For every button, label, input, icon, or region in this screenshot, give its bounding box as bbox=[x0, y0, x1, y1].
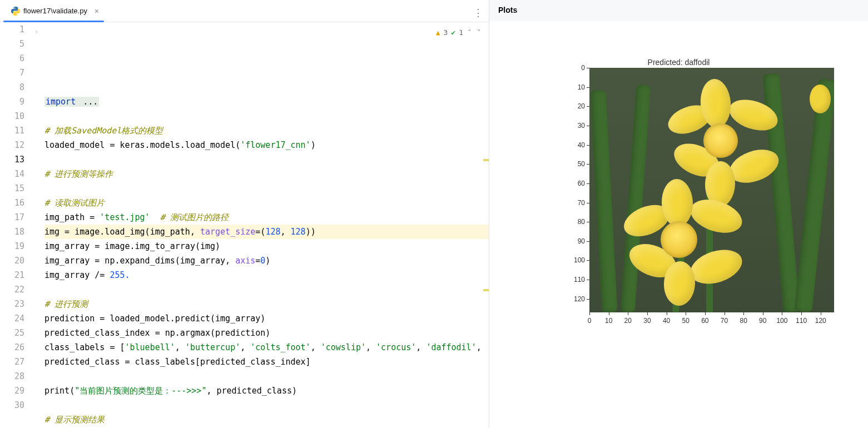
y-tick-label: 10 bbox=[578, 83, 585, 91]
line-number: 13 bbox=[0, 152, 24, 167]
x-tick bbox=[782, 312, 782, 315]
x-tick-label: 70 bbox=[721, 317, 728, 325]
line-number: 27 bbox=[0, 355, 24, 369]
code-line[interactable]: prediction = loaded_model.predict(img_ar… bbox=[44, 311, 489, 326]
close-icon[interactable]: × bbox=[93, 7, 101, 15]
x-tick bbox=[821, 312, 821, 315]
code-line[interactable]: class_labels = ['bluebell', 'buttercup',… bbox=[44, 340, 489, 355]
line-number: 29 bbox=[0, 384, 24, 398]
line-number: 6 bbox=[0, 51, 24, 66]
y-tick-label: 70 bbox=[578, 199, 585, 207]
x-tick-label: 100 bbox=[776, 317, 787, 325]
line-number: 7 bbox=[0, 66, 24, 80]
code-line[interactable]: img_array = np.expand_dims(img_array, ax… bbox=[44, 253, 489, 268]
tab-validate-py[interactable]: flower17\validate.py × bbox=[0, 0, 107, 22]
editor-panel: flower17\validate.py × ⋮ 156789101112131… bbox=[0, 0, 489, 428]
plots-panel: Plots Predicted: daffodil 01020304050607… bbox=[489, 0, 868, 428]
code-line[interactable] bbox=[44, 152, 489, 167]
warning-icon: ▲ bbox=[436, 26, 440, 40]
plots-title: Plots bbox=[489, 0, 868, 20]
line-number: 23 bbox=[0, 297, 24, 311]
line-number: 14 bbox=[0, 167, 24, 181]
editor-tabs: flower17\validate.py × ⋮ bbox=[0, 0, 489, 22]
x-tick-label: 10 bbox=[605, 317, 612, 325]
python-icon bbox=[11, 7, 20, 16]
code-line[interactable] bbox=[44, 398, 489, 412]
plot-title: Predicted: daffodil bbox=[489, 58, 868, 67]
x-tick-label: 40 bbox=[663, 317, 670, 325]
x-tick bbox=[763, 312, 763, 315]
y-tick-label: 110 bbox=[574, 276, 585, 283]
code-line[interactable] bbox=[44, 109, 489, 123]
code-line[interactable]: # 进行预测 bbox=[44, 297, 489, 311]
line-number: 12 bbox=[0, 138, 24, 152]
y-tick-label: 0 bbox=[581, 64, 585, 72]
x-tick-label: 120 bbox=[815, 317, 826, 325]
line-number: 30 bbox=[0, 398, 24, 412]
x-tick bbox=[589, 312, 590, 315]
x-tick-label: 20 bbox=[624, 317, 632, 325]
gutter: 1567891011121314151617181920212223242526… bbox=[0, 22, 32, 428]
x-tick bbox=[667, 312, 667, 315]
y-tick-label: 40 bbox=[578, 141, 585, 149]
x-tick bbox=[801, 312, 802, 315]
x-tick bbox=[609, 312, 609, 315]
code-line[interactable]: img_array = image.img_to_array(img) bbox=[44, 239, 489, 253]
code-line[interactable]: img_array /= 255. bbox=[44, 268, 489, 282]
line-number: 20 bbox=[0, 253, 24, 268]
editor-body[interactable]: 1567891011121314151617181920212223242526… bbox=[0, 22, 489, 428]
plot-area[interactable]: Predicted: daffodil 01020304050607080901… bbox=[489, 21, 868, 428]
line-number: 24 bbox=[0, 311, 24, 326]
y-tick-label: 120 bbox=[574, 295, 585, 303]
code-area[interactable]: ▲ 3 ✔ 1 ˄ ˅ import ... # 加载SavedModel格式的… bbox=[44, 22, 489, 428]
line-number: 17 bbox=[0, 210, 24, 225]
line-number: 22 bbox=[0, 282, 24, 297]
x-tick bbox=[705, 312, 706, 315]
chevron-up-icon[interactable]: ˄ bbox=[467, 26, 473, 40]
tab-label: flower17\validate.py bbox=[23, 7, 87, 15]
code-line[interactable] bbox=[44, 181, 489, 196]
inspections-widget[interactable]: ▲ 3 ✔ 1 ˄ ˅ bbox=[436, 26, 482, 40]
code-line[interactable]: print("当前图片预测的类型是：--->>>", predicted_cla… bbox=[44, 384, 489, 398]
chevron-right-icon[interactable]: › bbox=[34, 24, 38, 39]
line-number: 11 bbox=[0, 123, 24, 138]
code-line[interactable]: # 显示预测结果 bbox=[44, 412, 489, 427]
x-tick bbox=[647, 312, 648, 315]
code-line[interactable]: # 进行预测等操作 bbox=[44, 167, 489, 181]
chevron-down-icon[interactable]: ˅ bbox=[476, 26, 482, 40]
x-tick bbox=[743, 312, 744, 315]
line-number: 16 bbox=[0, 196, 24, 210]
code-line[interactable]: predicted_class = class_labels[predicted… bbox=[44, 355, 489, 369]
warning-count: 3 bbox=[444, 26, 448, 40]
line-number: 26 bbox=[0, 340, 24, 355]
flower-bud bbox=[810, 84, 831, 113]
y-tick-label: 80 bbox=[578, 218, 585, 226]
y-tick-label: 50 bbox=[578, 160, 585, 168]
code-line[interactable]: predicted_class_index = np.argmax(predic… bbox=[44, 326, 489, 340]
code-line[interactable]: img = image.load_img(img_path, target_si… bbox=[44, 225, 489, 239]
y-tick-label: 20 bbox=[578, 102, 585, 110]
line-number: 25 bbox=[0, 326, 24, 340]
fold-column: › bbox=[32, 22, 44, 428]
line-number: 10 bbox=[0, 109, 24, 123]
x-tick bbox=[725, 312, 725, 315]
x-tick-label: 0 bbox=[588, 317, 592, 325]
code-line[interactable]: # 读取测试图片 bbox=[44, 196, 489, 210]
line-number: 15 bbox=[0, 181, 24, 196]
code-line[interactable] bbox=[44, 282, 489, 297]
code-line[interactable]: loaded_model = keras.models.load_model('… bbox=[44, 138, 489, 152]
code-line[interactable]: # 加载SavedModel格式的模型 bbox=[44, 123, 489, 138]
x-tick bbox=[686, 312, 686, 315]
y-tick-label: 60 bbox=[578, 180, 585, 187]
x-tick-label: 90 bbox=[759, 317, 766, 325]
line-number: 18 bbox=[0, 225, 24, 239]
y-tick-label: 30 bbox=[578, 122, 585, 130]
code-line[interactable] bbox=[44, 369, 489, 384]
line-number: 21 bbox=[0, 268, 24, 282]
plot-image-frame bbox=[589, 68, 834, 312]
code-line[interactable]: import ... bbox=[44, 94, 489, 109]
x-tick-label: 110 bbox=[796, 317, 807, 325]
code-line[interactable]: img_path = 'test.jpg' # 测试图片的路径 bbox=[44, 210, 489, 225]
tab-menu-icon[interactable]: ⋮ bbox=[473, 7, 483, 19]
y-tick-label: 100 bbox=[574, 256, 585, 264]
